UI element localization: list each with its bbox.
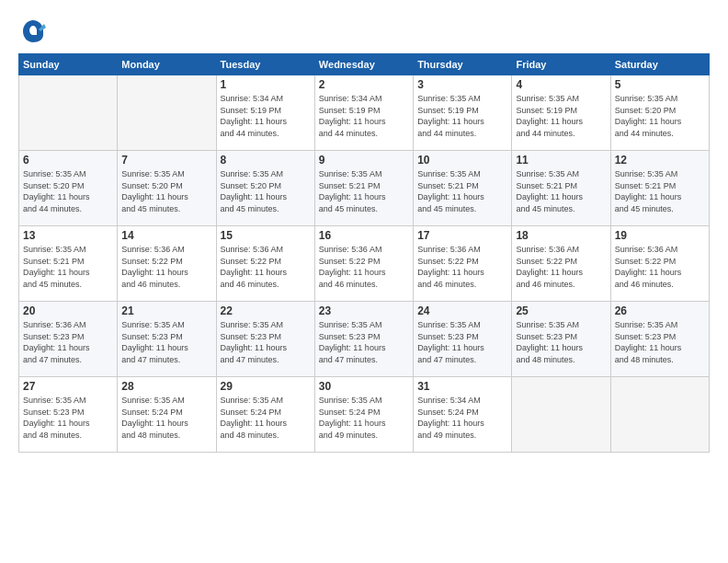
day-number: 5 [615,78,705,91]
day-number: 28 [121,380,211,393]
day-detail: Sunrise: 5:36 AM Sunset: 5:22 PM Dayligh… [121,244,211,290]
calendar-cell: 28Sunrise: 5:35 AM Sunset: 5:24 PM Dayli… [118,377,216,453]
day-detail: Sunrise: 5:36 AM Sunset: 5:23 PM Dayligh… [23,319,113,365]
calendar-cell: 17Sunrise: 5:36 AM Sunset: 5:22 PM Dayli… [414,226,512,302]
calendar-cell: 7Sunrise: 5:35 AM Sunset: 5:20 PM Daylig… [118,151,216,226]
calendar-cell: 29Sunrise: 5:35 AM Sunset: 5:24 PM Dayli… [216,377,314,453]
day-detail: Sunrise: 5:35 AM Sunset: 5:23 PM Dayligh… [23,395,113,441]
calendar-cell: 13Sunrise: 5:35 AM Sunset: 5:21 PM Dayli… [19,226,118,302]
weekday-header-wednesday: Wednesday [314,54,413,75]
day-number: 4 [516,78,606,91]
weekday-header-tuesday: Tuesday [216,54,314,75]
weekday-header-row: SundayMondayTuesdayWednesdayThursdayFrid… [19,54,710,75]
day-number: 1 [221,78,311,91]
week-row-4: 20Sunrise: 5:36 AM Sunset: 5:23 PM Dayli… [19,302,710,377]
calendar-cell: 23Sunrise: 5:35 AM Sunset: 5:23 PM Dayli… [314,302,413,377]
day-number: 23 [319,304,409,317]
calendar-cell: 21Sunrise: 5:35 AM Sunset: 5:23 PM Dayli… [118,302,216,377]
day-detail: Sunrise: 5:36 AM Sunset: 5:22 PM Dayligh… [615,244,705,290]
day-number: 29 [221,380,311,393]
calendar-cell: 1Sunrise: 5:34 AM Sunset: 5:19 PM Daylig… [216,75,314,151]
calendar-cell: 12Sunrise: 5:35 AM Sunset: 5:21 PM Dayli… [610,151,709,226]
day-number: 27 [23,380,113,393]
calendar-cell: 22Sunrise: 5:35 AM Sunset: 5:23 PM Dayli… [216,302,314,377]
day-detail: Sunrise: 5:35 AM Sunset: 5:19 PM Dayligh… [516,93,606,139]
day-detail: Sunrise: 5:34 AM Sunset: 5:19 PM Dayligh… [221,93,311,139]
day-detail: Sunrise: 5:35 AM Sunset: 5:21 PM Dayligh… [319,168,409,214]
calendar-cell: 20Sunrise: 5:36 AM Sunset: 5:23 PM Dayli… [19,302,118,377]
day-number: 21 [121,304,211,317]
calendar: SundayMondayTuesdayWednesdayThursdayFrid… [18,53,710,453]
day-number: 24 [417,304,507,317]
calendar-cell: 26Sunrise: 5:35 AM Sunset: 5:23 PM Dayli… [610,302,709,377]
calendar-cell: 11Sunrise: 5:35 AM Sunset: 5:21 PM Dayli… [512,151,610,226]
page: SundayMondayTuesdayWednesdayThursdayFrid… [0,0,728,563]
day-detail: Sunrise: 5:35 AM Sunset: 5:23 PM Dayligh… [516,319,606,365]
calendar-cell: 24Sunrise: 5:35 AM Sunset: 5:23 PM Dayli… [414,302,512,377]
day-number: 12 [615,154,705,167]
calendar-cell: 27Sunrise: 5:35 AM Sunset: 5:23 PM Dayli… [19,377,118,453]
calendar-cell: 8Sunrise: 5:35 AM Sunset: 5:20 PM Daylig… [216,151,314,226]
calendar-cell [512,377,610,453]
day-number: 16 [319,229,409,242]
calendar-cell: 9Sunrise: 5:35 AM Sunset: 5:21 PM Daylig… [314,151,413,226]
calendar-cell: 30Sunrise: 5:35 AM Sunset: 5:24 PM Dayli… [314,377,413,453]
calendar-cell [19,75,118,151]
day-detail: Sunrise: 5:35 AM Sunset: 5:19 PM Dayligh… [417,93,507,139]
weekday-header-saturday: Saturday [610,54,709,75]
day-detail: Sunrise: 5:36 AM Sunset: 5:22 PM Dayligh… [417,244,507,290]
calendar-cell: 5Sunrise: 5:35 AM Sunset: 5:20 PM Daylig… [610,75,709,151]
calendar-cell: 31Sunrise: 5:34 AM Sunset: 5:24 PM Dayli… [414,377,512,453]
calendar-cell: 3Sunrise: 5:35 AM Sunset: 5:19 PM Daylig… [414,75,512,151]
day-number: 7 [121,154,211,167]
day-number: 10 [417,154,507,167]
day-number: 14 [121,229,211,242]
calendar-cell [118,75,216,151]
calendar-cell: 4Sunrise: 5:35 AM Sunset: 5:19 PM Daylig… [512,75,610,151]
day-number: 3 [417,78,507,91]
day-number: 22 [221,304,311,317]
weekday-header-monday: Monday [118,54,216,75]
day-number: 8 [221,154,311,167]
day-detail: Sunrise: 5:35 AM Sunset: 5:20 PM Dayligh… [615,93,705,139]
week-row-1: 1Sunrise: 5:34 AM Sunset: 5:19 PM Daylig… [19,75,710,151]
weekday-header-sunday: Sunday [19,54,118,75]
calendar-cell: 16Sunrise: 5:36 AM Sunset: 5:22 PM Dayli… [314,226,413,302]
day-detail: Sunrise: 5:35 AM Sunset: 5:21 PM Dayligh… [615,168,705,214]
day-number: 30 [319,380,409,393]
day-detail: Sunrise: 5:35 AM Sunset: 5:23 PM Dayligh… [121,319,211,365]
day-detail: Sunrise: 5:35 AM Sunset: 5:21 PM Dayligh… [516,168,606,214]
calendar-cell: 25Sunrise: 5:35 AM Sunset: 5:23 PM Dayli… [512,302,610,377]
day-detail: Sunrise: 5:35 AM Sunset: 5:23 PM Dayligh… [319,319,409,365]
day-detail: Sunrise: 5:35 AM Sunset: 5:23 PM Dayligh… [221,319,311,365]
calendar-cell: 2Sunrise: 5:34 AM Sunset: 5:19 PM Daylig… [314,75,413,151]
day-number: 2 [319,78,409,91]
week-row-5: 27Sunrise: 5:35 AM Sunset: 5:23 PM Dayli… [19,377,710,453]
day-detail: Sunrise: 5:35 AM Sunset: 5:23 PM Dayligh… [615,319,705,365]
logo-icon [18,17,48,46]
day-detail: Sunrise: 5:35 AM Sunset: 5:21 PM Dayligh… [23,244,113,290]
calendar-cell: 18Sunrise: 5:36 AM Sunset: 5:22 PM Dayli… [512,226,610,302]
logo [18,17,51,46]
day-number: 6 [23,154,113,167]
day-number: 20 [23,304,113,317]
day-detail: Sunrise: 5:35 AM Sunset: 5:20 PM Dayligh… [23,168,113,214]
calendar-cell: 19Sunrise: 5:36 AM Sunset: 5:22 PM Dayli… [610,226,709,302]
calendar-cell: 15Sunrise: 5:36 AM Sunset: 5:22 PM Dayli… [216,226,314,302]
day-detail: Sunrise: 5:35 AM Sunset: 5:20 PM Dayligh… [221,168,311,214]
day-detail: Sunrise: 5:35 AM Sunset: 5:23 PM Dayligh… [417,319,507,365]
day-number: 9 [319,154,409,167]
day-number: 31 [417,380,507,393]
day-detail: Sunrise: 5:36 AM Sunset: 5:22 PM Dayligh… [319,244,409,290]
day-detail: Sunrise: 5:34 AM Sunset: 5:24 PM Dayligh… [417,395,507,441]
day-number: 19 [615,229,705,242]
day-detail: Sunrise: 5:36 AM Sunset: 5:22 PM Dayligh… [516,244,606,290]
day-detail: Sunrise: 5:35 AM Sunset: 5:20 PM Dayligh… [121,168,211,214]
day-number: 15 [221,229,311,242]
calendar-cell [610,377,709,453]
calendar-cell: 14Sunrise: 5:36 AM Sunset: 5:22 PM Dayli… [118,226,216,302]
week-row-2: 6Sunrise: 5:35 AM Sunset: 5:20 PM Daylig… [19,151,710,226]
day-detail: Sunrise: 5:35 AM Sunset: 5:24 PM Dayligh… [221,395,311,441]
calendar-cell: 6Sunrise: 5:35 AM Sunset: 5:20 PM Daylig… [19,151,118,226]
day-detail: Sunrise: 5:36 AM Sunset: 5:22 PM Dayligh… [221,244,311,290]
